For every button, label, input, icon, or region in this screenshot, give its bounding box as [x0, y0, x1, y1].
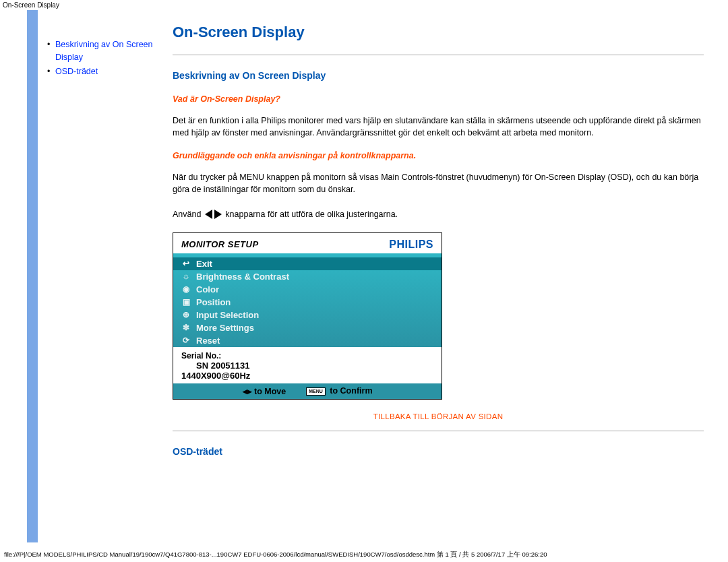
divider — [173, 55, 704, 55]
osd-item-exit: ↩ Exit — [173, 257, 442, 270]
osd-item-label: More Settings — [196, 323, 254, 333]
osd-item-label: Reset — [196, 336, 220, 346]
osd-menu-list: ↩ Exit ☼ Brightness & Contrast ◉ Color ▣… — [173, 257, 442, 347]
footer-confirm-label: to Confirm — [330, 386, 372, 396]
osd-item-label: Color — [196, 284, 219, 294]
exit-icon: ↩ — [181, 259, 191, 268]
page-tab-title: On-Screen Display — [0, 0, 728, 10]
paragraph-use-arrows: Använd knapparna för att utföra de olika… — [173, 208, 704, 220]
sidebar-item-osd-tree[interactable]: • OSD-trädet — [47, 65, 163, 78]
osd-item-color: ◉ Color — [173, 283, 442, 296]
sidebar: • Beskrivning av On Screen Display • OSD… — [38, 10, 173, 542]
footer-file-path: file:///P|/OEM MODELS/PHILIPS/CD Manual/… — [4, 551, 724, 559]
sidebar-link-description[interactable]: Beskrivning av On Screen Display — [55, 38, 163, 64]
bullet-icon: • — [47, 38, 55, 51]
page-body: • Beskrivning av On Screen Display • OSD… — [27, 10, 728, 542]
osd-screenshot: MONITOR SETUP PHILIPS ↩ Exit ☼ Brightnes… — [173, 232, 442, 400]
serial-value: SN 20051131 — [181, 361, 433, 371]
left-accent-bar — [27, 10, 38, 542]
sidebar-item-description[interactable]: • Beskrivning av On Screen Display — [47, 38, 163, 64]
subheading-basic-instructions: Grundläggande och enkla anvisningar på k… — [173, 151, 704, 160]
osd-footer: ◂▸ to Move MENU to Confirm — [173, 383, 442, 399]
sidebar-link-osd-tree[interactable]: OSD-trädet — [55, 65, 98, 78]
osd-item-label: Brightness & Contrast — [196, 272, 289, 282]
brightness-icon: ☼ — [181, 272, 191, 281]
left-right-arrows-icon — [205, 210, 222, 219]
section-heading-description: Beskrivning av On Screen Display — [173, 70, 704, 81]
position-icon: ▣ — [181, 297, 191, 307]
text-post: knapparna för att utföra de olika juster… — [225, 210, 398, 219]
page-title: On-Screen Display — [173, 24, 704, 41]
osd-panel-title: MONITOR SETUP — [181, 239, 259, 249]
serial-label: Serial No.: — [181, 351, 433, 361]
osd-item-label: Exit — [196, 259, 212, 269]
osd-item-reset: ⟳ Reset — [173, 334, 442, 347]
text-pre: Använd — [173, 210, 204, 219]
paragraph-what-is-osd: Det är en funktion i alla Philips monito… — [173, 115, 704, 139]
settings-icon: ✼ — [181, 323, 191, 332]
menu-button-icon: MENU — [306, 387, 326, 396]
osd-brand-logo: PHILIPS — [389, 239, 433, 251]
footer-move-label: ◂▸ to Move — [243, 386, 286, 396]
osd-item-label: Input Selection — [196, 310, 259, 320]
paragraph-menu-button: När du trycker på MENU knappen på monito… — [173, 171, 704, 195]
main-content: On-Screen Display Beskrivning av On Scre… — [173, 10, 728, 542]
back-to-top-link[interactable]: TILLBAKA TILL BÖRJAN AV SIDAN — [373, 412, 504, 420]
color-icon: ◉ — [181, 284, 191, 294]
subheading-what-is-osd: Vad är On-Screen Display? — [173, 94, 704, 104]
input-icon: ⊕ — [181, 310, 191, 319]
osd-item-brightness: ☼ Brightness & Contrast — [173, 270, 442, 283]
reset-icon: ⟳ — [181, 336, 191, 345]
bullet-icon: • — [47, 65, 55, 78]
osd-item-label: Position — [196, 297, 231, 307]
section-heading-osd-tree: OSD-trädet — [173, 446, 704, 457]
resolution-value: 1440X900@60Hz — [181, 371, 433, 381]
back-to-top-wrap: TILLBAKA TILL BÖRJAN AV SIDAN — [173, 412, 704, 421]
osd-info-panel: Serial No.: SN 20051131 1440X900@60Hz — [173, 347, 442, 383]
osd-item-input-selection: ⊕ Input Selection — [173, 309, 442, 321]
osd-item-more-settings: ✼ More Settings — [173, 321, 442, 334]
divider — [173, 431, 704, 431]
footer-confirm: MENU to Confirm — [306, 386, 372, 396]
osd-item-position: ▣ Position — [173, 296, 442, 309]
